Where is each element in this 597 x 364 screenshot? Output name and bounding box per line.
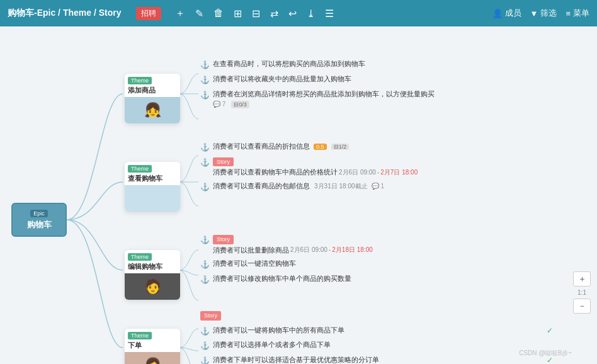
date-start-3: 2月6日 09:00 <box>290 246 327 254</box>
header: 购物车-Epic / Theme / Story 招聘 ＋ ✎ 🗑 ⊞ ⊟ ⇄ … <box>0 0 597 26</box>
person-icon: 👤 <box>492 9 503 18</box>
anchor-icon: ⚓ <box>200 235 210 246</box>
zoom-in-button[interactable]: ＋ <box>573 271 591 287</box>
story-item-1-3: ⚓ 消费者在浏览商品详情时将想买的商品批添加到购物车，以方便批量购买 💬 7 ⊟… <box>200 89 553 109</box>
anchor-icon: ⚓ <box>200 356 210 364</box>
story-text-3-1: 消费者可以批量删除商品 <box>213 246 289 255</box>
anchor-icon: ⚓ <box>200 341 210 351</box>
check-icon-4-1: ✓ <box>547 326 553 336</box>
deadline-2: 3月31日 18:00截止 <box>314 183 368 190</box>
theme-avatar-1: 👧 <box>125 97 180 123</box>
theme-tag-1: Theme <box>128 77 152 84</box>
menu-icon: ≡ <box>566 9 571 18</box>
recruit-button[interactable]: 招聘 <box>136 7 161 20</box>
story-text-3-2: 消费者可以一键清空购物车 <box>213 259 553 268</box>
swap-icon[interactable]: ⇄ <box>268 6 281 21</box>
story-badge-2: ⊟1/2 <box>331 144 350 150</box>
grid-icon[interactable]: ⊞ <box>231 6 244 21</box>
story-item-3-3: ⚓ 消费者可以修改购物车中单个商品的购买数量 <box>200 274 553 285</box>
filter-icon: ▼ <box>530 9 538 18</box>
anchor-icon: ⚓ <box>200 60 210 71</box>
add-icon[interactable]: ＋ <box>173 6 188 21</box>
anchor-icon: ⚓ <box>200 142 210 153</box>
story-badge-1: ⊟0/3 <box>231 101 249 109</box>
anchor-icon: ⚓ <box>200 259 210 270</box>
canvas: Epic 购物车 Theme 添加商品 👧 Theme 查看购物车 Theme … <box>0 26 597 364</box>
date-start-2: 2月6日 09:00 <box>339 168 376 177</box>
story-area-1: ⚓ 在查看商品时，可以将想购买的商品添加到购物车 ⚓ 消费者可以将收藏夹中的商品… <box>200 59 553 113</box>
zoom-controls: ＋ 1:1 － <box>573 271 591 314</box>
story-text-1-3: 消费者在浏览商品详情时将想买的商品批添加到购物车，以方便批量购买 <box>213 89 435 99</box>
story-text-2-1: 消费者可以查看商品的折扣信息 <box>213 142 310 150</box>
breadcrumb: 购物车-Epic / Theme / Story <box>8 8 121 19</box>
merge-icon[interactable]: ⊟ <box>249 6 263 21</box>
story-text-2-2: 消费者可以查看购物车中商品的价格统计 <box>213 168 338 177</box>
story-item-2-2: ⚓ Story 消费者可以查看购物车中商品的价格统计 2月6日 09:00 - … <box>200 157 553 178</box>
theme-avatar-4: 👩 <box>125 352 180 364</box>
story-text-4-1: 消费者可以一键将购物车中的所有商品下单 <box>213 326 541 335</box>
comment-2: 💬 1 <box>372 183 384 190</box>
story-item-4-2: ⚓ 消费者可以一键将购物车中的所有商品下单 ✓ <box>200 326 553 337</box>
watermark: CSDN @哒啦B步~ <box>519 349 572 358</box>
members-button[interactable]: 👤 成员 <box>492 8 521 19</box>
story-item-1-1: ⚓ 在查看商品时，可以将想购买的商品添加到购物车 <box>200 59 553 71</box>
story-area-3: ⚓ Story 消费者可以批量删除商品 2月6日 09:00 - 2月18日 1… <box>200 234 553 289</box>
toolbar: ＋ ✎ 🗑 ⊞ ⊟ ⇄ ↩ ⤓ ☰ <box>173 6 336 21</box>
theme-avatar-2 <box>125 185 180 212</box>
list-icon[interactable]: ☰ <box>322 6 336 21</box>
comment-badge-1: 💬 7 <box>213 100 225 109</box>
menu-button[interactable]: ≡ 菜单 <box>566 8 589 19</box>
story-tag-3: Story <box>213 235 234 244</box>
anchor-icon: ⚓ <box>200 182 210 193</box>
theme-name-1: 添加商品 <box>125 86 180 97</box>
story-item-4-3: ⚓ 消费者可以选择单个或者多个商品下单 <box>200 340 553 351</box>
story-text-1-2: 消费者可以将收藏夹中的商品批量加入购物车 <box>213 74 553 84</box>
anchor-icon: ⚓ <box>200 326 210 337</box>
anchor-icon: ⚓ <box>200 90 210 101</box>
theme-avatar-3: 🧑 <box>125 273 180 300</box>
theme-node-1[interactable]: Theme 添加商品 👧 <box>125 74 180 123</box>
anchor-icon: ⚓ <box>200 75 210 86</box>
epic-node[interactable]: Epic 购物车 <box>11 203 67 237</box>
anchor-icon: ⚓ <box>200 157 210 168</box>
story-text-1-1: 在查看商品时，可以将想购买的商品添加到购物车 <box>213 59 553 69</box>
story-tag-2: Story <box>213 157 234 167</box>
story-item-2-3: ⚓ 消费者可以查看商品的包邮信息 3月31日 18:00截止 💬 1 <box>200 181 553 193</box>
edit-icon[interactable]: ✎ <box>193 6 206 21</box>
header-right: 👤 成员 ▼ 筛选 ≡ 菜单 <box>492 8 589 19</box>
theme-name-3: 编辑购物车 <box>125 262 180 273</box>
story-item-2-1: ⚓ 消费者可以查看商品的折扣信息 0.5 ⊟1/2 <box>200 142 553 153</box>
anchor-icon: ⚓ <box>200 275 210 285</box>
zoom-level: 1:1 <box>573 289 591 296</box>
story-text-3-3: 消费者可以修改购物车中单个商品的购买数量 <box>213 274 553 283</box>
story-item-4-4: ⚓ 消费者下单时可以选择适合基于最优优惠策略的分订单 ✓ <box>200 355 553 364</box>
story-item-3-2: ⚓ 消费者可以一键清空购物车 <box>200 259 553 270</box>
delete-icon[interactable]: 🗑 <box>211 6 226 20</box>
filter-button[interactable]: ▼ 筛选 <box>530 8 557 19</box>
download-icon[interactable]: ⤓ <box>304 6 317 21</box>
filter-label: 筛选 <box>540 8 557 19</box>
story-text-4-2: 消费者可以选择单个或者多个商品下单 <box>213 340 553 350</box>
story-item-1-2: ⚓ 消费者可以将收藏夹中的商品批量加入购物车 <box>200 74 553 86</box>
theme-tag-4: Theme <box>128 332 152 339</box>
theme-name-2: 查看购物车 <box>125 174 180 185</box>
zoom-out-button[interactable]: － <box>573 299 591 314</box>
theme-node-4[interactable]: Theme 下单 👩 <box>125 329 180 364</box>
epic-title: 购物车 <box>27 219 52 230</box>
theme-tag-3: Theme <box>128 253 152 261</box>
menu-label: 菜单 <box>573 8 589 19</box>
theme-node-3[interactable]: Theme 编辑购物车 🧑 <box>125 250 180 300</box>
story-tag-4a: Story <box>200 311 221 321</box>
theme-name-4: 下单 <box>125 341 180 352</box>
story-area-4: Story ⚓ 消费者可以一键将购物车中的所有商品下单 ✓ ⚓ 消费者可以选择单… <box>200 311 553 364</box>
theme-tag-2: Theme <box>128 165 152 173</box>
story-item-3-1: ⚓ Story 消费者可以批量删除商品 2月6日 09:00 - 2月18日 1… <box>200 234 553 255</box>
date-end-2: 2月7日 18:00 <box>380 168 418 177</box>
story-area-2: ⚓ 消费者可以查看商品的折扣信息 0.5 ⊟1/2 ⚓ Story 消费者可以查… <box>200 142 553 196</box>
story-item-4-1: Story <box>200 311 553 322</box>
theme-node-2[interactable]: Theme 查看购物车 <box>125 162 180 212</box>
story-text-2-3: 消费者可以查看商品的包邮信息 <box>213 182 310 190</box>
story-text-4-3: 消费者下单时可以选择适合基于最优优惠策略的分订单 <box>213 355 541 364</box>
undo-icon[interactable]: ↩ <box>286 6 299 21</box>
epic-tag: Epic <box>30 210 48 217</box>
